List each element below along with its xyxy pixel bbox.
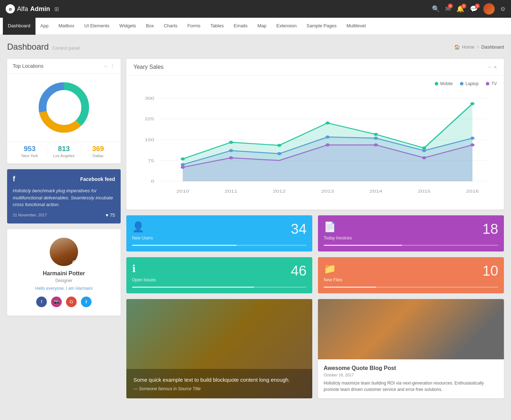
- quote-card: Some quick example text to build blockqu…: [126, 299, 312, 398]
- brand-logo: α AlfaAdmin: [6, 4, 50, 13]
- stat-card-invoices: 📄 Today Invoices 18: [318, 215, 504, 252]
- blog-text: Holisticly maximize team building ROI vi…: [324, 380, 498, 393]
- chart-controls: − ×: [488, 64, 497, 70]
- stat-dallas: 369 Dallas: [81, 145, 115, 158]
- new-files-icon: 📁: [324, 263, 498, 275]
- avatar-image: [483, 3, 495, 15]
- stat-los-angeles: 813 Los Angeles: [47, 145, 81, 158]
- laptop-dot-2: [229, 149, 233, 152]
- new-files-number: 10: [483, 263, 499, 279]
- mobile-dot-6: [422, 147, 426, 150]
- online-indicator: [72, 260, 77, 265]
- brand-alfa-text: Alfa: [17, 5, 28, 13]
- quote-overlay: Some quick example text to build blockqu…: [126, 369, 312, 398]
- fb-date: 21 November, 2017: [13, 213, 47, 217]
- profile-avatar: [50, 238, 78, 266]
- twitter-social-btn[interactable]: t: [81, 297, 92, 307]
- brand-admin-text: Admin: [30, 5, 50, 13]
- legend-laptop: Laptop: [460, 81, 479, 86]
- breadcrumb-separator: >: [477, 44, 479, 50]
- top-locations-card: Top Locations ○ ⋮: [7, 59, 121, 164]
- svg-text:2012: 2012: [273, 189, 286, 193]
- mobile-dot-3: [277, 144, 281, 147]
- facebook-social-btn[interactable]: f: [36, 297, 47, 307]
- menu-item-widgets[interactable]: Widgets: [114, 18, 141, 35]
- menu-item-charts[interactable]: Charts: [159, 18, 182, 35]
- menu-item-tables[interactable]: Tables: [205, 18, 229, 35]
- mobile-dot-1: [181, 158, 185, 161]
- top-locations-header: Top Locations ○ ⋮: [7, 59, 121, 73]
- svg-text:150: 150: [145, 137, 154, 142]
- svg-point-4: [46, 90, 81, 125]
- svg-text:75: 75: [148, 158, 154, 163]
- grid-menu-icon[interactable]: ⊞: [54, 6, 59, 12]
- menu-item-sample-pages[interactable]: Sample Pages: [302, 18, 342, 35]
- menu-item-extension[interactable]: Extension: [271, 18, 302, 35]
- stat-card-open-issues: ℹ Open Issues 46: [126, 257, 312, 293]
- svg-text:2015: 2015: [418, 189, 430, 193]
- more-icon[interactable]: ⋮: [110, 63, 115, 69]
- legend-mobile: Mobile: [435, 81, 453, 86]
- legend-mobile-dot: [435, 82, 438, 85]
- page-title-area: Dashboard Control panel: [7, 42, 80, 52]
- instagram-social-btn[interactable]: 📷: [51, 297, 62, 307]
- close-chart-btn[interactable]: ×: [494, 64, 497, 70]
- mail-icon-btn[interactable]: ✉ 9: [445, 5, 451, 13]
- nav-right: 🔍 ✉ 9 🔔 9 💬 9 ⚙: [432, 3, 505, 15]
- refresh-icon[interactable]: ○: [104, 63, 107, 69]
- svg-text:2010: 2010: [176, 189, 189, 193]
- blog-body: Awesome Quote Blog Post October 18, 2017…: [318, 359, 504, 398]
- stat-number-ny: 953: [13, 145, 46, 153]
- open-issues-number: 46: [291, 263, 307, 279]
- chat-icon-btn[interactable]: 💬 9: [470, 5, 478, 13]
- page-header: Dashboard Control panel 🏠 Home > Dashboa…: [7, 42, 504, 52]
- svg-text:300: 300: [145, 96, 154, 100]
- facebook-icon: f: [13, 175, 15, 183]
- mobile-dot-7: [470, 102, 474, 105]
- donut-chart: [35, 79, 92, 136]
- menu-item-multilevel[interactable]: Multilevel: [341, 18, 370, 35]
- minimize-chart-btn[interactable]: −: [488, 64, 491, 70]
- chart-header: Yeary Sales − ×: [126, 59, 504, 76]
- left-column: Top Locations ○ ⋮: [7, 59, 121, 398]
- chart-title: Yeary Sales: [133, 64, 164, 70]
- menu-item-ui-elements[interactable]: UI Elements: [79, 18, 115, 35]
- settings-gear-icon[interactable]: ⚙: [500, 6, 505, 12]
- legend-laptop-dot: [460, 82, 463, 85]
- menu-item-app[interactable]: App: [35, 18, 54, 35]
- new-users-number: 34: [291, 221, 307, 237]
- invoices-progress-bar: [324, 245, 498, 246]
- menu-item-map[interactable]: Map: [252, 18, 271, 35]
- quote-background: Some quick example text to build blockqu…: [126, 299, 312, 398]
- invoices-icon: 📄: [324, 221, 498, 233]
- menu-item-dashboard[interactable]: Dashboard: [3, 18, 35, 35]
- profile-role: Designer: [13, 278, 115, 283]
- legend-mobile-label: Mobile: [440, 81, 453, 86]
- mail-badge: 9: [448, 4, 453, 9]
- open-issues-progress-fill: [132, 287, 254, 288]
- blog-date: October 18, 2017: [324, 373, 498, 377]
- menu-item-emails[interactable]: Emails: [229, 18, 252, 35]
- menu-item-forms[interactable]: Forms: [182, 18, 205, 35]
- invoices-number: 18: [483, 221, 499, 237]
- breadcrumb-home[interactable]: Home: [462, 44, 474, 50]
- laptop-dot-1: [181, 163, 185, 166]
- stat-new-york: 953 New York: [13, 145, 47, 158]
- stat-number-la: 813: [47, 145, 81, 153]
- tv-dot-5: [422, 156, 426, 160]
- donut-chart-container: [7, 73, 121, 142]
- bell-icon-btn[interactable]: 🔔 9: [456, 5, 464, 13]
- profile-description: Hello everyone, I am Harmaini: [13, 286, 115, 291]
- google-social-btn[interactable]: G: [66, 297, 77, 307]
- user-avatar[interactable]: [483, 3, 495, 15]
- menu-item-box[interactable]: Box: [141, 18, 159, 35]
- search-icon-btn[interactable]: 🔍: [432, 5, 440, 13]
- laptop-dot-4: [325, 136, 330, 139]
- tv-dot-1: [181, 166, 185, 169]
- line-chart-container: 300 225 150 75 0 2010 2011 2012 2013 201…: [133, 90, 497, 204]
- blog-title: Awesome Quote Blog Post: [324, 365, 498, 371]
- stat-cards-row: 👤 New Users 34 📄 Today Invoices 18: [126, 215, 504, 252]
- line-chart-svg: 300 225 150 75 0 2010 2011 2012 2013 201…: [133, 90, 497, 204]
- menu-item-mailbox[interactable]: Mailbox: [54, 18, 79, 35]
- laptop-dot-6: [422, 149, 426, 152]
